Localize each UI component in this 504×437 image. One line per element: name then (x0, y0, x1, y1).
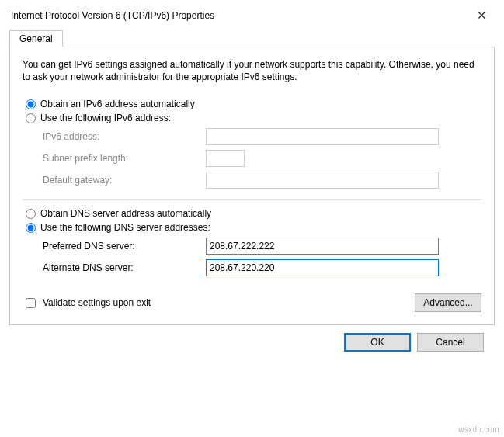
footer-buttons: OK Cancel (9, 325, 495, 352)
field-subnet-prefix: Subnet prefix length: (43, 150, 481, 167)
advanced-button[interactable]: Advanced... (415, 293, 481, 312)
radio-dns-auto[interactable] (26, 209, 36, 219)
validate-checkbox[interactable] (26, 298, 36, 308)
alternate-dns-label: Alternate DNS server: (43, 262, 206, 273)
validate-checkbox-label: Validate settings upon exit (43, 297, 151, 308)
radio-dns-manual-label: Use the following DNS server addresses: (40, 222, 210, 233)
validate-checkbox-row[interactable]: Validate settings upon exit (23, 296, 151, 310)
radio-address-auto-label: Obtain an IPv6 address automatically (40, 99, 195, 109)
window-title: Internet Protocol Version 6 (TCP/IPv6) P… (11, 10, 214, 21)
tab-general[interactable]: General (9, 30, 63, 47)
field-alternate-dns: Alternate DNS server: (43, 259, 481, 276)
titlebar: Internet Protocol Version 6 (TCP/IPv6) P… (0, 0, 504, 29)
field-ipv6-address: IPv6 address: (43, 128, 481, 145)
close-icon[interactable]: ✕ (471, 7, 493, 24)
subnet-prefix-input (206, 150, 245, 167)
dialog-body: General You can get IPv6 settings assign… (0, 29, 504, 359)
tab-panel-general: You can get IPv6 settings assigned autom… (9, 47, 495, 325)
dns-fields: Preferred DNS server: Alternate DNS serv… (43, 238, 481, 276)
bottom-row: Validate settings upon exit Advanced... (23, 293, 481, 312)
alternate-dns-input[interactable] (206, 259, 439, 276)
field-preferred-dns: Preferred DNS server: (43, 238, 481, 255)
watermark: wsxdn.com (458, 425, 499, 434)
intro-text: You can get IPv6 settings assigned autom… (23, 58, 481, 83)
subnet-prefix-label: Subnet prefix length: (43, 153, 206, 164)
ipv6-address-label: IPv6 address: (43, 131, 206, 142)
radio-dns-auto-row[interactable]: Obtain DNS server address automatically (26, 208, 481, 219)
radio-address-manual[interactable] (26, 113, 36, 123)
radio-dns-auto-label: Obtain DNS server address automatically (40, 208, 211, 219)
radio-address-manual-row[interactable]: Use the following IPv6 address: (26, 113, 481, 123)
field-default-gateway: Default gateway: (43, 172, 481, 189)
tab-strip: General (9, 29, 495, 47)
default-gateway-label: Default gateway: (43, 175, 206, 186)
address-fields: IPv6 address: Subnet prefix length: Defa… (43, 128, 481, 189)
radio-dns-manual[interactable] (26, 223, 36, 233)
preferred-dns-input[interactable] (206, 238, 439, 255)
preferred-dns-label: Preferred DNS server: (43, 241, 206, 251)
radio-dns-manual-row[interactable]: Use the following DNS server addresses: (26, 222, 481, 233)
radio-address-auto-row[interactable]: Obtain an IPv6 address automatically (26, 99, 481, 109)
ipv6-address-input (206, 128, 439, 145)
ok-button[interactable]: OK (344, 333, 411, 352)
separator (23, 199, 481, 200)
cancel-button[interactable]: Cancel (417, 333, 484, 352)
radio-address-auto[interactable] (26, 99, 36, 109)
radio-address-manual-label: Use the following IPv6 address: (40, 113, 171, 123)
default-gateway-input (206, 172, 439, 189)
